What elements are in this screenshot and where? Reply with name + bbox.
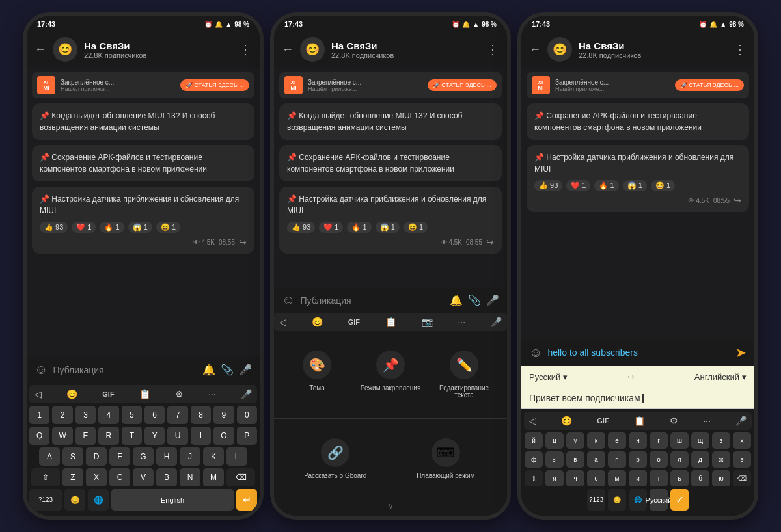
bell-btn-1[interactable]: 🔔 — [202, 364, 215, 376]
key-n-ru[interactable]: н — [629, 432, 647, 449]
key-9[interactable]: 9 — [213, 406, 234, 424]
kb-gif-3[interactable]: GIF — [597, 417, 609, 425]
key-s-ru[interactable]: с — [587, 470, 605, 486]
key-y-ru[interactable]: й — [525, 432, 543, 449]
key-t[interactable]: T — [122, 427, 142, 445]
key-7[interactable]: 7 — [167, 406, 187, 424]
key-f[interactable]: F — [109, 447, 130, 466]
key-r[interactable]: R — [98, 427, 118, 445]
key-a-ru[interactable]: а — [587, 451, 605, 468]
key-t-ru[interactable]: т — [650, 470, 668, 486]
key-b-ru[interactable]: б — [691, 470, 709, 486]
key-l[interactable]: L — [226, 447, 247, 466]
key-ya-ru[interactable]: я — [545, 470, 564, 486]
kb-gif-2[interactable]: GIF — [348, 318, 360, 326]
pinned-btn-1[interactable]: 🚀 СТАТЬЯ ЗДЕСЬ ... — [180, 79, 249, 91]
key-k[interactable]: K — [203, 447, 224, 466]
kb-clipboard-1[interactable]: 📋 — [139, 389, 150, 399]
key-k-ru[interactable]: к — [587, 432, 605, 449]
mic-btn-1[interactable]: 🎤 — [239, 364, 252, 376]
key-e[interactable]: E — [75, 427, 96, 445]
input-field-1[interactable]: Публикация — [53, 365, 197, 375]
menu-item-edit[interactable]: ✏️ Редактирование текста — [428, 340, 500, 409]
key-4[interactable]: 4 — [98, 406, 118, 424]
bell-btn-2[interactable]: 🔔 — [450, 294, 463, 306]
key-j[interactable]: J — [180, 447, 200, 466]
key-3[interactable]: 3 — [75, 406, 96, 424]
key-sh-ru[interactable]: ш — [670, 432, 689, 449]
key-yu-ru[interactable]: ю — [712, 470, 730, 486]
key-o-ru[interactable]: о — [650, 451, 668, 468]
key-enter[interactable]: ↵ — [236, 489, 257, 511]
key-m[interactable]: M — [203, 468, 224, 486]
swap-lang-btn[interactable]: ↔ — [626, 371, 637, 382]
key-u-ru[interactable]: у — [566, 432, 584, 449]
key-ts-ru[interactable]: ц — [545, 432, 564, 449]
kb-clipboard-2[interactable]: 📋 — [385, 317, 396, 327]
kb-more-2[interactable]: ··· — [458, 317, 465, 327]
key-123[interactable]: ?123 — [29, 489, 62, 511]
kb-emoji-1[interactable]: 😊 — [66, 389, 77, 399]
back-button-1[interactable]: ← — [34, 43, 46, 57]
key-o[interactable]: O — [213, 427, 234, 445]
forward-btn-1[interactable]: ↪ — [239, 237, 247, 247]
from-lang-btn[interactable]: Русский ▾ — [529, 372, 568, 382]
kb-settings-1[interactable]: ⚙ — [175, 389, 184, 399]
input-field-2[interactable]: Публикация — [300, 295, 445, 306]
key-p[interactable]: P — [237, 427, 257, 445]
menu-dots-3[interactable]: ⋮ — [733, 42, 747, 57]
key-z[interactable]: Z — [62, 468, 83, 486]
key-space[interactable]: English — [111, 489, 234, 511]
key-1[interactable]: 1 — [29, 406, 49, 424]
key-shift-3[interactable]: ⇧ — [525, 470, 543, 486]
key-z-ru[interactable]: з — [712, 432, 730, 449]
key-5[interactable]: 5 — [122, 406, 142, 424]
pinned-btn-2[interactable]: 🚀 СТАТЬЯ ЗДЕСЬ ... — [428, 79, 497, 91]
kb-emoji-2[interactable]: 😊 — [312, 317, 323, 327]
menu-item-theme[interactable]: 🎨 Тема — [281, 340, 353, 409]
key-0[interactable]: 0 — [237, 406, 257, 424]
key-x[interactable]: X — [86, 468, 107, 486]
key-del[interactable]: ⌫ — [226, 468, 255, 486]
key-l-ru[interactable]: л — [670, 451, 689, 468]
key-check-3[interactable]: ✓ — [670, 489, 689, 511]
key-kh-ru[interactable]: х — [733, 432, 751, 449]
key-i[interactable]: I — [191, 427, 211, 445]
kb-mic-2[interactable]: 🎤 — [491, 317, 502, 327]
kb-back-2[interactable]: ◁ — [279, 317, 286, 327]
key-yi-ru[interactable]: ы — [545, 451, 564, 468]
key-u[interactable]: U — [167, 427, 187, 445]
key-d-ru[interactable]: д — [691, 451, 709, 468]
menu-dots-2[interactable]: ⋮ — [486, 42, 499, 57]
key-soft-ru[interactable]: ь — [670, 470, 689, 486]
key-del-3[interactable]: ⌫ — [733, 470, 751, 486]
menu-dots-1[interactable]: ⋮ — [239, 42, 252, 57]
emoji-btn-3[interactable]: ☺ — [529, 345, 542, 360]
kb-mic-3[interactable]: 🎤 — [735, 416, 747, 426]
kb-emoji-3[interactable]: 😊 — [561, 416, 572, 426]
kb-camera-2[interactable]: 📷 — [422, 317, 433, 327]
key-globe[interactable]: 🌐 — [88, 489, 109, 511]
to-lang-btn[interactable]: Английский ▾ — [694, 372, 747, 382]
menu-item-float[interactable]: ⌨ Плавающий режим — [391, 428, 501, 490]
key-y[interactable]: Y — [144, 427, 165, 445]
key-g-ru[interactable]: г — [650, 432, 668, 449]
key-s[interactable]: S — [62, 447, 83, 466]
input-field-3[interactable]: hello to all subscribers — [547, 347, 730, 358]
key-2[interactable]: 2 — [52, 406, 72, 424]
key-space-3[interactable]: Русский — [650, 489, 668, 511]
key-i-ru[interactable]: и — [629, 470, 647, 486]
key-emoji[interactable]: 😊 — [64, 489, 85, 511]
key-n[interactable]: N — [180, 468, 200, 486]
kb-back-1[interactable]: ◁ — [34, 389, 42, 399]
key-a[interactable]: A — [39, 447, 60, 466]
key-q[interactable]: Q — [29, 427, 49, 445]
key-m-ru[interactable]: м — [608, 470, 626, 486]
emoji-btn-2[interactable]: ☺ — [282, 293, 295, 308]
key-globe-3[interactable]: 🌐 — [629, 489, 647, 511]
forward-btn-3[interactable]: ↪ — [733, 195, 741, 206]
kb-back-3[interactable]: ◁ — [529, 416, 536, 426]
kb-more-1[interactable]: ··· — [208, 389, 216, 399]
attach-btn-1[interactable]: 📎 — [221, 364, 234, 376]
key-8[interactable]: 8 — [191, 406, 211, 424]
